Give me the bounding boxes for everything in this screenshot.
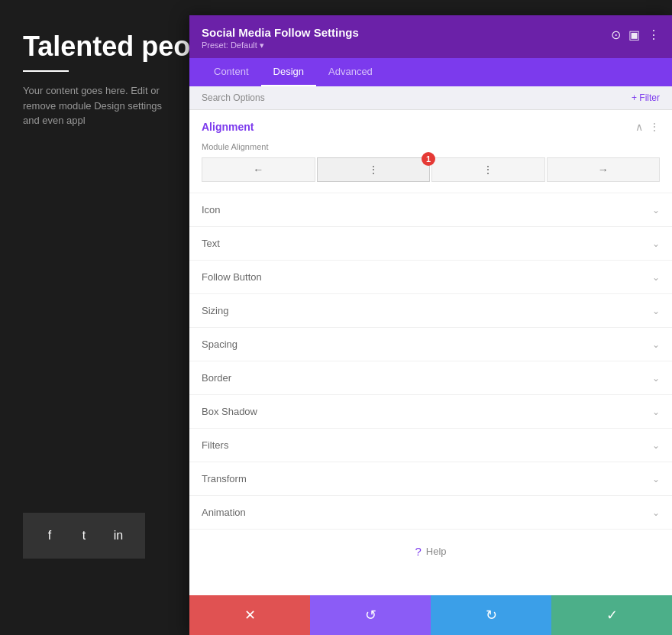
- align-right-icon: →: [598, 164, 609, 176]
- redo-icon: ↻: [486, 607, 497, 624]
- section-label-filters: Filters: [202, 439, 228, 451]
- chevron-down-icon: ⌄: [652, 238, 660, 249]
- chevron-down-icon: ⌄: [652, 373, 660, 384]
- tab-content[interactable]: Content: [202, 58, 261, 86]
- section-header-text[interactable]: Text ⌄: [202, 227, 660, 260]
- page-content-area: Talented peo Your content goes here. Edi…: [23, 31, 190, 128]
- section-header-follow-button[interactable]: Follow Button ⌄: [202, 261, 660, 293]
- save-button[interactable]: ✓: [551, 595, 672, 635]
- modal-footer: ✕ ↺ ↻ ✓: [189, 595, 672, 635]
- more-icon[interactable]: ⋮: [648, 28, 660, 42]
- page-title: Talented peo: [23, 31, 190, 63]
- section-header-spacing[interactable]: Spacing ⌄: [202, 328, 660, 361]
- modal-header-left: Social Media Follow Settings Preset: Def…: [202, 26, 359, 50]
- section-icon: Icon ⌄: [189, 193, 672, 227]
- filter-button[interactable]: + Filter: [632, 92, 660, 103]
- chevron-down-icon: ⌄: [652, 339, 660, 350]
- collapsible-sections: Icon ⌄ Text ⌄ Follow Button ⌄ Sizing ⌄ S…: [189, 193, 672, 530]
- section-header-transform[interactable]: Transform ⌄: [202, 462, 660, 495]
- twitter-icon: t: [73, 524, 95, 547]
- section-more-icon[interactable]: ⋮: [649, 121, 660, 133]
- section-header-icon[interactable]: Icon ⌄: [202, 193, 660, 226]
- facebook-icon: f: [38, 524, 61, 547]
- chevron-down-icon: ⌄: [652, 306, 660, 316]
- section-label-icon: Icon: [202, 204, 221, 215]
- alignment-section: Alignment ∧ ⋮ Module Alignment ← ⋮ 1 ⋮: [189, 110, 672, 193]
- undo-icon: ↺: [365, 607, 376, 624]
- modal-title: Social Media Follow Settings: [202, 26, 359, 39]
- chevron-down-icon: ⌄: [652, 407, 660, 417]
- section-header-border[interactable]: Border ⌄: [202, 361, 660, 394]
- section-label-transform: Transform: [202, 473, 247, 484]
- chevron-down-icon: ⌄: [652, 474, 660, 484]
- section-header-box-shadow[interactable]: Box Shadow ⌄: [202, 395, 660, 428]
- align-center-h-icon: ⋮: [483, 164, 493, 176]
- cancel-button[interactable]: ✕: [189, 595, 310, 635]
- section-text: Text ⌄: [189, 227, 672, 261]
- section-animation: Animation ⌄: [189, 496, 672, 530]
- section-label-spacing: Spacing: [202, 339, 237, 350]
- section-box-shadow: Box Shadow ⌄: [189, 395, 672, 429]
- section-border: Border ⌄: [189, 361, 672, 395]
- undo-button[interactable]: ↺: [310, 595, 431, 635]
- layout-icon[interactable]: ▣: [628, 28, 640, 42]
- section-label-border: Border: [202, 372, 231, 384]
- section-header-sizing[interactable]: Sizing ⌄: [202, 294, 660, 327]
- section-label-sizing: Sizing: [202, 305, 228, 316]
- section-header-icons: ∧ ⋮: [635, 121, 660, 133]
- section-spacing: Spacing ⌄: [189, 328, 672, 361]
- alignment-header-row: Alignment ∧ ⋮: [202, 121, 660, 133]
- social-bar: f t in: [23, 513, 145, 559]
- align-left-icon: ←: [253, 164, 263, 176]
- help-label[interactable]: Help: [426, 546, 447, 557]
- section-follow-button: Follow Button ⌄: [189, 261, 672, 294]
- section-header-filters[interactable]: Filters ⌄: [202, 429, 660, 462]
- module-alignment-label: Module Alignment: [202, 142, 660, 151]
- help-row: ? Help: [189, 530, 672, 573]
- modal-header-actions: ⊙ ▣ ⋮: [611, 28, 660, 42]
- align-center-v-button[interactable]: ⋮ 1: [317, 157, 431, 182]
- search-label: Search Options: [202, 92, 265, 103]
- chevron-down-icon: ⌄: [652, 507, 660, 518]
- section-label-text: Text: [202, 238, 220, 249]
- section-transform: Transform ⌄: [189, 462, 672, 496]
- modal-tabs: Content Design Advanced: [189, 58, 672, 86]
- settings-icon[interactable]: ⊙: [611, 28, 621, 42]
- page-divider: [23, 70, 69, 72]
- save-icon: ✓: [606, 607, 618, 624]
- alignment-title: Alignment: [202, 121, 254, 133]
- page-text: Your content goes here. Edit or remove m…: [23, 83, 176, 128]
- badge-1: 1: [422, 152, 435, 166]
- chevron-down-icon: ⌄: [652, 440, 660, 451]
- section-header-animation[interactable]: Animation ⌄: [202, 496, 660, 529]
- tab-design[interactable]: Design: [261, 58, 316, 86]
- section-label-box-shadow: Box Shadow: [202, 406, 257, 417]
- help-icon: ?: [415, 545, 421, 558]
- align-center-h-button[interactable]: ⋮: [431, 157, 545, 182]
- section-label-follow-button: Follow Button: [202, 271, 262, 283]
- redo-button[interactable]: ↻: [431, 595, 551, 635]
- align-center-v-icon: ⋮: [368, 164, 379, 176]
- tab-advanced[interactable]: Advanced: [316, 58, 385, 86]
- chevron-down-icon: ⌄: [652, 205, 660, 215]
- modal-preset[interactable]: Preset: Default ▾: [202, 40, 359, 50]
- section-label-animation: Animation: [202, 507, 246, 518]
- alignment-options: ← ⋮ 1 ⋮ →: [202, 157, 660, 182]
- chevron-down-icon: ⌄: [652, 272, 660, 283]
- align-left-button[interactable]: ←: [202, 157, 315, 182]
- section-sizing: Sizing ⌄: [189, 294, 672, 328]
- section-filters: Filters ⌄: [189, 429, 672, 462]
- collapse-icon[interactable]: ∧: [635, 121, 643, 133]
- modal-body: Alignment ∧ ⋮ Module Alignment ← ⋮ 1 ⋮: [189, 110, 672, 595]
- linkedin-icon: in: [107, 524, 130, 547]
- settings-modal: Social Media Follow Settings Preset: Def…: [189, 15, 672, 635]
- search-bar: Search Options + Filter: [189, 86, 672, 110]
- align-right-button[interactable]: →: [547, 157, 661, 182]
- cancel-icon: ✕: [244, 607, 256, 624]
- modal-header: Social Media Follow Settings Preset: Def…: [189, 15, 672, 58]
